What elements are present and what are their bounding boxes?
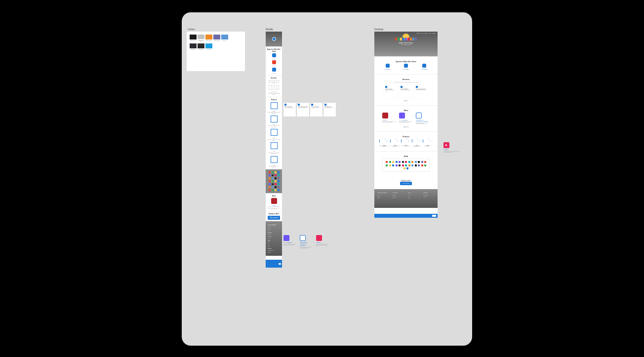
footer-link[interactable]: About: [377, 195, 389, 196]
feat-label: Our Team: [267, 58, 281, 59]
process-step-icon: [271, 102, 278, 109]
service-card[interactable]: Broadcast IntegrationConnect to existing…: [297, 103, 309, 117]
feature-item[interactable]: Our Tools: [400, 64, 412, 70]
service-card[interactable]: Digital StrategyRoadmaps and planning fo…: [384, 84, 398, 98]
work-items-overflow: All 4 LightningPerformance overhaul of t…: [283, 235, 328, 249]
skill-icon: [278, 177, 280, 179]
color-swatch[interactable]: cyan blue: [205, 43, 212, 50]
skill-icon: [399, 161, 401, 163]
color-swatch[interactable]: near black: [198, 43, 204, 50]
footer-link[interactable]: Strategy: [268, 234, 280, 235]
work-thumb-icon: [283, 235, 289, 241]
skill-icon: [418, 164, 420, 166]
footer-link[interactable]: About: [268, 226, 280, 227]
nav-link[interactable]: Services: [416, 33, 420, 34]
feat-label: Top News: [267, 73, 281, 74]
skill-icon: [415, 161, 417, 163]
skill-icon: [275, 177, 277, 179]
service-cards-overflow: Video StreamingLive and on-demand pipeli…: [283, 103, 336, 117]
skill-icon: [269, 180, 271, 182]
footer-link[interactable]: Blog: [268, 230, 280, 231]
feature-icon: [272, 60, 276, 64]
skill-icon: [269, 174, 271, 176]
footer-link[interactable]: Streaming: [268, 236, 280, 237]
feature-icon: [422, 64, 426, 68]
skill-icon: [272, 189, 274, 191]
work-item[interactable]: ProductA consumer streaming product we d…: [316, 235, 328, 249]
footer-link[interactable]: hello@eyeon: [423, 195, 435, 196]
skill-icon: [411, 161, 413, 163]
skill-icon: [421, 161, 423, 163]
footer-link[interactable]: Build: [268, 238, 280, 239]
skill-icon: [411, 164, 413, 166]
service-card[interactable]: Platform BuildEnd-to-end product deliver…: [323, 103, 336, 117]
service-icon: [298, 104, 300, 106]
footer-link[interactable]: Build: [393, 198, 404, 198]
footer-link[interactable]: All 4: [408, 196, 419, 197]
service-card[interactable]: Video StreamingLive and on-demand pipeli…: [399, 84, 413, 98]
desktop-footer: Eyeon TechnologyAboutCareersBlogServices…: [374, 189, 438, 208]
skill-icon: [269, 183, 271, 185]
arrow-icon: [401, 139, 409, 144]
footer-link[interactable]: hello@eyeon: [268, 250, 280, 251]
color-swatch[interactable]: medium grey two: [198, 35, 204, 41]
process-title: Process: [267, 99, 281, 101]
footer-link[interactable]: London: [423, 196, 435, 197]
nav-link[interactable]: Skills: [429, 33, 431, 34]
skill-icon: [269, 186, 271, 188]
skill-icon: [405, 161, 407, 163]
footer-link[interactable]: ITV: [408, 195, 419, 196]
footer-link[interactable]: Careers: [377, 196, 389, 197]
cta-button[interactable]: Get in touch: [400, 182, 411, 185]
service-card[interactable]: Broadcast IntegrationConnect to existing…: [414, 84, 428, 98]
color-swatch[interactable]: dark grey one: [190, 35, 197, 41]
skill-icon: [269, 189, 271, 191]
desktop-eyeon: Eyeon'n Video Dev Team Our TeamOur Tools…: [374, 56, 438, 74]
work-item[interactable]: All 4 LightningPerformance overhaul of t…: [399, 113, 413, 125]
footer-link[interactable]: All 4: [268, 244, 280, 245]
carousel-dots[interactable]: [378, 100, 434, 101]
footer-link[interactable]: Streaming: [393, 196, 404, 197]
process-step: BuildIterate in short cycles, demo often…: [401, 139, 411, 148]
service-card[interactable]: UX and AnalyticsMeasure, learn, iterate.: [310, 103, 322, 117]
mobile-footer: Eyeon TechnologyAboutCareersBlogServices…: [266, 221, 282, 256]
mobile-preview[interactable]: Eyeon'n Video Dev Team Our Team Our Tool…: [266, 32, 282, 268]
colors-panel[interactable]: dark grey onemedium grey twowarm orangem…: [187, 32, 245, 71]
color-swatch[interactable]: charcoal: [190, 43, 197, 50]
cookie-accept-button[interactable]: [279, 263, 281, 265]
skill-icon: [269, 171, 271, 173]
skill-icon: [408, 164, 410, 166]
service-icon: [311, 104, 313, 106]
desktop-work: Work ITV hubRebuilt the streaming front …: [374, 105, 438, 131]
footer-link[interactable]: ITV: [268, 242, 280, 243]
cookie-accept-button[interactable]: [432, 215, 436, 217]
nav-link[interactable]: Work: [421, 33, 424, 34]
work-item[interactable]: ITV hubRebuilt the streaming front end w…: [382, 113, 396, 125]
cta-button[interactable]: Get in touch: [268, 216, 280, 220]
desktop-preview[interactable]: ServicesWorkProcessSkillsContact Video D…: [374, 32, 438, 218]
service-icon: [385, 86, 387, 88]
footer-link[interactable]: London: [268, 252, 280, 253]
nav-link[interactable]: Process: [424, 33, 428, 34]
work-title: Work: [378, 110, 434, 112]
footer-link[interactable]: Blog: [377, 198, 389, 198]
process-step-icon: [271, 116, 278, 122]
carousel-dots[interactable]: [378, 126, 434, 127]
footer-link[interactable]: More: [268, 246, 280, 247]
footer-link[interactable]: Strategy: [393, 195, 404, 196]
skill-icon: [278, 171, 280, 173]
feature-item[interactable]: Our Team: [382, 64, 394, 70]
color-swatch[interactable]: sky blue: [221, 35, 228, 41]
footer-link[interactable]: More: [408, 198, 419, 198]
work-item[interactable]: International Production CompanyInternal…: [416, 113, 430, 125]
service-card[interactable]: Video StreamingLive and on-demand pipeli…: [283, 103, 296, 117]
footer-link[interactable]: Careers: [268, 228, 280, 229]
color-swatch[interactable]: warm orange: [205, 35, 212, 41]
color-swatch[interactable]: muted purple: [213, 35, 220, 41]
work-item[interactable]: All 4 LightningPerformance overhaul of t…: [283, 235, 296, 249]
skill-icon: [386, 161, 388, 163]
work-item[interactable]: International Production CompanyInternal…: [300, 235, 312, 249]
nav-link[interactable]: Contact: [432, 33, 436, 34]
skill-icon: [272, 183, 274, 185]
feature-item[interactable]: Top News: [418, 64, 430, 70]
